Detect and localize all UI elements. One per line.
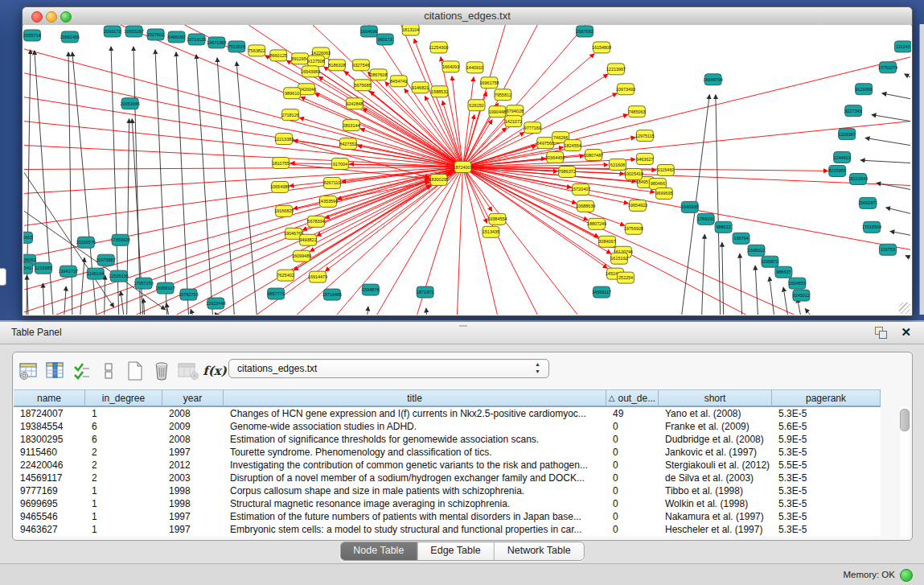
network-desktop: citations_edges.txt 20557142009140620931… — [0, 0, 924, 322]
column-header-year[interactable]: year — [162, 389, 224, 407]
node-label: 621608 — [610, 163, 625, 167]
node-label: 7513526 — [228, 44, 245, 49]
table-row[interactable]: 1456911722003Disruption of a novel membe… — [14, 472, 881, 484]
node-label: 9242848 — [346, 101, 363, 106]
create-table-icon[interactable] — [123, 359, 147, 383]
node-label: 2055714 — [23, 33, 40, 38]
tab-edge-table[interactable]: Edge Table — [417, 542, 494, 560]
column-header-title[interactable]: title — [224, 389, 606, 407]
cell-year: 1997 — [162, 510, 224, 523]
node-label: 9115460 — [657, 167, 674, 172]
table-row[interactable]: 977716911998Corpus callosum shape and si… — [14, 484, 881, 497]
node-label: 13942737 — [59, 269, 78, 274]
tab-node-table[interactable]: Node Table — [340, 542, 417, 560]
cell-out_degree: 0 — [606, 510, 659, 523]
node-label: 8660125 — [270, 53, 287, 58]
network-window[interactable]: citations_edges.txt 20557142009140620931… — [22, 6, 913, 316]
cell-short: Nakamura et al. (1997) — [659, 510, 772, 523]
table-row[interactable]: 1938455462009Genome-wide association stu… — [14, 420, 881, 433]
cell-name: 19384554 — [14, 420, 85, 433]
network-graph[interactable]: 2055714200914062093173106552871527602646… — [23, 25, 911, 315]
float-panel-icon[interactable] — [875, 327, 887, 339]
cell-title: Disruption of a novel member of a sodium… — [224, 472, 606, 484]
sort-ascending-icon: △ — [609, 393, 615, 402]
select-column-icon[interactable] — [43, 359, 68, 383]
tab-network-table[interactable]: Network Table — [495, 542, 584, 560]
node-label: 1527602 — [147, 32, 164, 37]
node-label: 1698312 — [748, 248, 765, 253]
table-row[interactable]: 946554611997Estimation of the future num… — [14, 510, 881, 523]
table-row[interactable]: 969969511998Structural magnetic resonanc… — [14, 497, 881, 510]
network-canvas[interactable]: 2055714200914062093173106552871527602646… — [23, 25, 911, 315]
node-label: 9327546 — [352, 63, 369, 68]
node-label: 5675685 — [354, 83, 371, 88]
node-label: 20364456 — [545, 155, 565, 160]
table-row[interactable]: 1830029562008Estimation of significance … — [14, 433, 881, 446]
cell-year: 1998 — [162, 497, 224, 510]
column-header-pagerank[interactable]: pagerank — [772, 389, 881, 407]
column-header-name[interactable]: name — [14, 389, 85, 407]
select-all-checklist-icon[interactable] — [70, 359, 94, 383]
node-label: 19756928 — [624, 226, 643, 231]
table-row[interactable]: 911546021997Tourette syndrome. Phenomeno… — [14, 446, 881, 459]
cell-title: Estimation of significance thresholds fo… — [224, 433, 606, 446]
cell-out_degree: 0 — [606, 484, 659, 497]
node-label: 2093173 — [104, 29, 121, 34]
node-label: 7625402 — [277, 273, 294, 278]
cell-pagerank: 5.3E-5 — [772, 523, 881, 536]
resize-grip-icon[interactable] — [899, 303, 910, 314]
node-label: 391543 — [23, 266, 31, 270]
table-row[interactable]: 2242004622012Investigating the contribut… — [14, 459, 881, 472]
function-builder-icon[interactable]: f(x) — [203, 359, 227, 383]
delete-attribute-icon[interactable] — [150, 359, 174, 383]
memory-ok-indicator-icon[interactable] — [900, 569, 913, 582]
row-height-icon[interactable] — [97, 359, 121, 383]
cell-pagerank: 5.5E-5 — [772, 459, 881, 472]
node-label: 960173 — [378, 37, 392, 42]
node-label: 3084067 — [598, 239, 615, 244]
cell-in_degree: 1 — [85, 497, 162, 510]
cell-short: Dudbridge et al. (2008) — [659, 433, 772, 446]
node-label: 9699695 — [655, 191, 672, 196]
node-label: 14671368 — [207, 40, 226, 45]
vertical-scrollbar[interactable] — [900, 407, 910, 537]
close-panel-icon[interactable]: ✕ — [901, 325, 911, 340]
node-label: 16782753 — [179, 292, 198, 297]
table-selector-combobox[interactable]: citations_edges.txt ▲▼ — [228, 359, 549, 378]
node-label: 16099489 — [292, 253, 311, 258]
cell-title: Tourette syndrome. Phenomenology and cla… — [224, 446, 606, 459]
column-header-out_degree[interactable]: △out_de... — [606, 389, 659, 407]
node-label: 10688639 — [576, 204, 595, 208]
node-label: 18807249 — [587, 221, 606, 226]
table-row[interactable]: 946362711997Embryonic stem cells: a mode… — [14, 523, 881, 536]
node-label: 14226063 — [311, 51, 331, 56]
cell-name: 9115460 — [14, 446, 85, 459]
cell-in_degree: 2 — [85, 446, 162, 459]
window-titlebar[interactable]: citations_edges.txt — [23, 7, 912, 26]
cell-out_degree: 49 — [606, 407, 659, 420]
node-label: 30975887 — [97, 257, 116, 262]
table-panel-title: Table Panel — [11, 327, 62, 338]
node-label: 2520655 — [23, 235, 33, 240]
split-pane-handle[interactable] — [459, 322, 467, 327]
node-label: 16154808 — [592, 45, 611, 50]
node-label: 1615192 — [610, 256, 627, 261]
table-row[interactable]: 1872400712008Changes of HCN gene express… — [14, 407, 881, 420]
background-window-corner — [0, 268, 6, 286]
node-label: 6497568 — [537, 141, 554, 146]
node-label: 12923448 — [206, 301, 225, 306]
column-header-short[interactable]: short — [659, 389, 772, 407]
node-label: 19654923 — [628, 203, 647, 208]
column-header-in_degree[interactable]: in_degree — [85, 389, 162, 407]
scrollbar-thumb[interactable] — [900, 409, 910, 431]
node-label: 1871871 — [417, 290, 433, 295]
node-label: 116753 — [881, 247, 895, 252]
node-label: 17957253 — [133, 281, 153, 286]
cell-pagerank: 5.9E-5 — [772, 433, 881, 446]
node-label: 1769191 — [697, 216, 714, 221]
cell-pagerank: 5.3E-5 — [772, 484, 881, 497]
node-label: 2718126 — [281, 113, 298, 117]
node-label: 1990448 — [489, 109, 506, 114]
attribute-table-settings-icon[interactable] — [17, 359, 41, 383]
cell-pagerank: 5.3E-5 — [772, 510, 881, 523]
